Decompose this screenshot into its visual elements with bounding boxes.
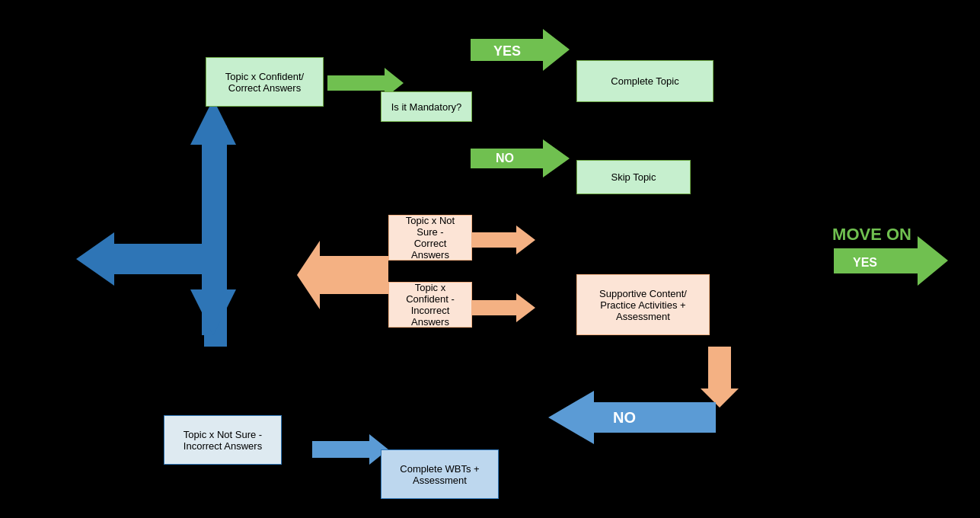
svg-marker-16: [471, 293, 535, 322]
peach-left-arrow: [297, 225, 388, 325]
supportive-content-box: Supportive Content/Practice Activities +…: [576, 274, 710, 335]
yes-arrow-top: YES: [471, 29, 570, 71]
topic-not-sure-incorrect-box: Topic x Not Sure -Incorrect Answers: [164, 415, 282, 465]
complete-topic-box: Complete Topic: [576, 60, 713, 102]
is-mandatory-box: Is it Mandatory?: [381, 91, 472, 122]
svg-text:NO: NO: [496, 152, 514, 165]
svg-marker-9: [76, 232, 206, 286]
peach-arrow-right-1: [471, 225, 535, 254]
big-left-arrow: [76, 232, 206, 286]
topic-confident-incorrect-box: Topic x Confident -Incorrect Answers: [388, 282, 472, 328]
skip-topic-box: Skip Topic: [576, 160, 691, 194]
svg-marker-15: [471, 225, 535, 254]
svg-text:NO: NO: [613, 409, 636, 426]
topic-confident-correct-box: Topic x Confident/Correct Answers: [206, 57, 324, 107]
svg-text:YES: YES: [493, 43, 521, 59]
svg-marker-17: [297, 241, 388, 309]
diagram-container: YES NO NO YES: [0, 0, 980, 518]
peach-arrow-right-2: [471, 293, 535, 322]
no-arrow: NO: [471, 139, 570, 177]
svg-text:YES: YES: [853, 256, 877, 269]
svg-marker-19: [312, 434, 388, 465]
svg-marker-13: [471, 139, 570, 177]
topic-not-sure-correct-box: Topic x Not Sure -Correct Answers: [388, 215, 472, 261]
blue-arrow-right-bottom: [312, 434, 388, 465]
big-vertical-arrow: [183, 99, 244, 335]
svg-marker-7: [190, 289, 236, 335]
blue-no-arrow-bottom: NO: [548, 391, 716, 444]
move-on-label: MOVE ON: [832, 225, 911, 245]
complete-wbts-box: Complete WBTs +Assessment: [381, 449, 499, 499]
